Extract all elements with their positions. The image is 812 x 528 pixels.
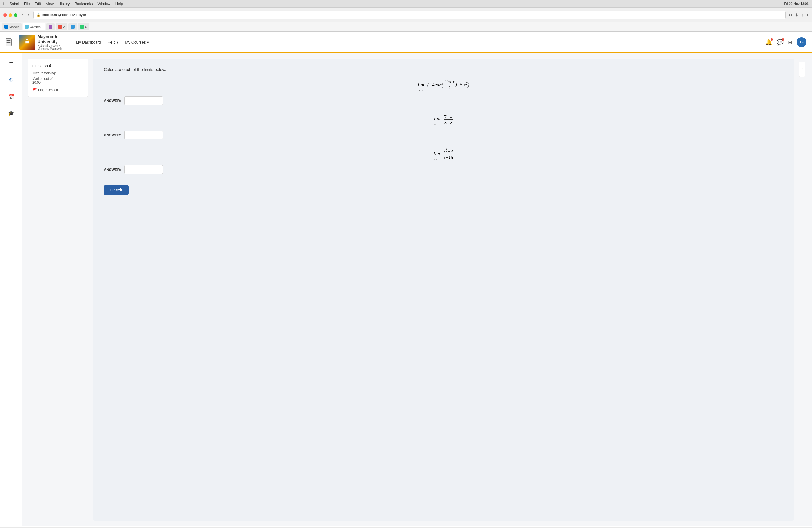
help-chevron-icon: ▾: [117, 40, 118, 44]
new-tab-icon[interactable]: +: [806, 12, 809, 17]
left-sidebar: ☰ ⏱ 📅 🎓: [0, 53, 22, 526]
traffic-lights: [3, 13, 17, 17]
tries-remaining: Tries remaining: 1: [32, 71, 84, 75]
url-bar[interactable]: 🔒 moodle.maynoothuniversity.ie: [33, 11, 786, 19]
mac-os-bar:  Safari File Edit View History Bookmark…: [0, 0, 812, 8]
edit-menu[interactable]: Edit: [35, 2, 41, 6]
question-instruction: Calculate each of the limits below.: [104, 67, 783, 72]
flag-question-link[interactable]: 🚩 Flag question: [32, 88, 84, 92]
back-button[interactable]: ‹: [20, 12, 24, 18]
grid-apps-button[interactable]: ⊞: [788, 39, 792, 45]
answer-input-2[interactable]: [124, 131, 163, 140]
math-expression-1: lim x→1 (−4·sin(11·π·x2)−5·x2): [104, 79, 783, 92]
answer-input-3[interactable]: [124, 165, 163, 174]
download-icon[interactable]: ⬇: [795, 12, 798, 18]
hamburger-menu[interactable]: ☰: [5, 39, 12, 46]
tab-item-4[interactable]: [69, 23, 77, 30]
url-text: moodle.maynoothuniversity.ie: [42, 13, 86, 17]
fullscreen-window-btn[interactable]: [14, 13, 17, 17]
question-number: Question 4: [32, 63, 84, 69]
question-info-panel: Question 4 Tries remaining: 1 Marked out…: [28, 59, 88, 520]
share-icon[interactable]: ↑: [801, 12, 803, 17]
sidebar-item-calendar[interactable]: 📅: [6, 92, 16, 102]
reload-icon[interactable]: ↻: [788, 12, 792, 18]
datetime-display: Fri 22 Nov 13:06: [784, 2, 809, 6]
my-dashboard-link[interactable]: My Dashboard: [76, 40, 101, 44]
tab-item-3[interactable]: A: [56, 23, 67, 30]
help-menu[interactable]: Help: [115, 2, 123, 6]
app-container: ☰ 🏛 MaynoothUniversity National Universi…: [0, 32, 812, 527]
right-collapse-area: ‹: [799, 59, 807, 520]
message-dot: [782, 39, 784, 41]
tab-item-5[interactable]: C: [78, 23, 89, 30]
close-window-btn[interactable]: [3, 13, 7, 17]
answer-row-2: ANSWER:: [104, 131, 783, 140]
forward-button[interactable]: ›: [27, 12, 31, 18]
logo-area: 🏛 MaynoothUniversity National University…: [19, 34, 62, 50]
browser-chrome: ‹ › 🔒 moodle.maynoothuniversity.ie ↻ ⬇ ↑…: [0, 8, 812, 32]
tab-item-2[interactable]: [46, 23, 55, 30]
tab-item-active[interactable]: Compre...: [23, 23, 45, 30]
sidebar-item-courses[interactable]: 🎓: [6, 108, 16, 118]
minimize-window-btn[interactable]: [9, 13, 12, 17]
safari-menu[interactable]: Safari: [10, 2, 19, 6]
notification-dot: [771, 39, 773, 41]
university-name: MaynoothUniversity: [38, 34, 62, 44]
quiz-layout: Question 4 Tries remaining: 1 Marked out…: [22, 53, 812, 526]
apple-menu[interactable]: : [3, 2, 5, 6]
nav-icons: 🔔 💬 ⊞ TF: [765, 37, 807, 47]
math-expression-2: lim x→−9 x2+5x+5: [104, 114, 783, 126]
answer-label-3: ANSWER:: [104, 167, 121, 172]
check-button[interactable]: Check: [104, 185, 129, 195]
bookmarks-menu[interactable]: Bookmarks: [75, 2, 92, 6]
sidebar-item-clock[interactable]: ⏱: [6, 75, 16, 85]
moodle-navbar: ☰ 🏛 MaynoothUniversity National Universi…: [0, 32, 812, 53]
help-link[interactable]: Help ▾: [107, 40, 118, 44]
content-wrapper: ☰ ⏱ 📅 🎓 Question 4 Tries remaining: 1 Ma…: [0, 53, 812, 526]
file-menu[interactable]: File: [24, 2, 30, 6]
question-content: Calculate each of the limits below. lim …: [93, 59, 794, 520]
window-menu[interactable]: Window: [98, 2, 111, 6]
nav-links: My Dashboard Help ▾ My Courses ▾: [76, 40, 149, 44]
math-expression-3: lim x→5+ x15−4x+16: [104, 148, 783, 161]
browser-tabs: Moodle Compre... A C: [0, 22, 812, 31]
sidebar-list-toggle[interactable]: ☰: [6, 59, 16, 69]
user-avatar[interactable]: TF: [797, 37, 807, 47]
courses-chevron-icon: ▾: [147, 40, 149, 44]
notification-bell-button[interactable]: 🔔: [765, 39, 772, 46]
answer-label-1: ANSWER:: [104, 99, 121, 103]
answer-input-1[interactable]: [124, 97, 163, 105]
lock-icon: 🔒: [37, 13, 41, 17]
university-subtitle: National Universityof Ireland Maynooth: [38, 44, 62, 50]
marked-out-of: Marked out of 20.00: [32, 77, 84, 85]
question-card: Question 4 Tries remaining: 1 Marked out…: [28, 59, 88, 97]
answer-row-3: ANSWER:: [104, 165, 783, 174]
collapse-panel-button[interactable]: ‹: [799, 62, 806, 77]
answer-row-1: ANSWER:: [104, 97, 783, 105]
university-logo: 🏛: [19, 34, 35, 50]
tab-item[interactable]: Moodle: [2, 23, 21, 30]
answer-label-2: ANSWER:: [104, 133, 121, 137]
history-menu[interactable]: History: [59, 2, 70, 6]
flag-icon: 🚩: [32, 88, 37, 92]
view-menu[interactable]: View: [46, 2, 54, 6]
my-courses-link[interactable]: My Courses ▾: [125, 40, 149, 44]
messages-button[interactable]: 💬: [777, 39, 784, 46]
